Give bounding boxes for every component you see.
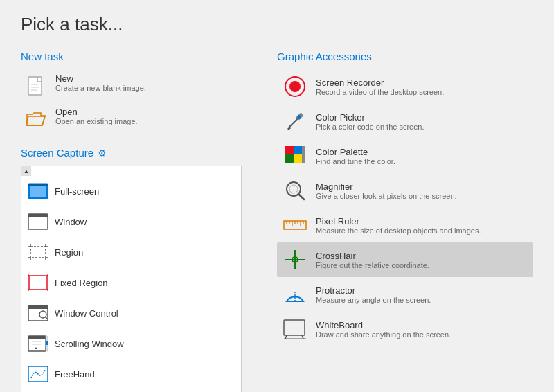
ga-pixel-ruler-desc: Measure the size of desktop objects and … — [316, 226, 481, 235]
ga-protractor-desc: Measure any angle on the screen. — [316, 296, 431, 304]
svg-point-37 — [289, 81, 301, 92]
ga-pixel-ruler-item[interactable]: Pixel Ruler Measure the size of desktop … — [277, 208, 533, 242]
sc-repeat-item[interactable]: Repeat Last Capture — [21, 389, 241, 392]
ga-whiteboard-label: WhiteBoard — [316, 320, 451, 330]
ga-screen-recorder-item[interactable]: Screen Recorder Record a video of the de… — [277, 69, 533, 104]
svg-point-40 — [297, 115, 301, 119]
new-item-text: New Create a new blank image. — [55, 73, 146, 92]
ga-whiteboard-item[interactable]: WhiteBoard Draw and share anything on th… — [277, 312, 533, 346]
open-item[interactable]: Open Open an existing image. — [21, 103, 242, 136]
svg-rect-41 — [285, 146, 294, 154]
new-item-desc: Create a new blank image. — [55, 84, 146, 92]
sc-freehand-icon — [27, 363, 49, 385]
ga-crosshair-item[interactable]: CrossHair Figure out the relative coordi… — [277, 242, 533, 277]
ga-screen-recorder-text: Screen Recorder Record a video of the de… — [316, 78, 444, 96]
sc-fixed-region-label: Fixed Region — [55, 278, 108, 288]
screen-capture-section: Screen Capture ⚙ ▲ — [21, 147, 242, 392]
svg-line-47 — [298, 194, 304, 199]
new-icon — [24, 73, 48, 98]
sc-window-control-label: Window Control — [55, 308, 118, 319]
ga-protractor-item[interactable]: Protractor Measure any angle on the scre… — [277, 277, 533, 312]
svg-rect-42 — [294, 146, 302, 154]
ga-color-palette-icon — [283, 143, 307, 168]
left-column: New task New Create a n — [21, 51, 256, 392]
sc-freehand-label: FreeHand — [55, 369, 95, 380]
svg-line-19 — [28, 274, 29, 276]
sc-region-item[interactable]: Region — [21, 237, 241, 267]
sc-region-icon — [27, 241, 49, 263]
ga-screen-recorder-label: Screen Recorder — [316, 78, 444, 88]
svg-line-22 — [47, 289, 48, 291]
scroll-up-arrow[interactable]: ▲ — [21, 166, 31, 176]
ga-pixel-ruler-label: Pixel Ruler — [316, 216, 481, 226]
sc-window-control-item[interactable]: Window Control — [21, 298, 241, 328]
ga-magnifier-item[interactable]: Magnifier Give a closer look at pixels o… — [277, 173, 533, 208]
open-item-desc: Open an existing image. — [55, 117, 138, 125]
sc-scrolling-window-item[interactable]: Scrolling Window — [21, 328, 241, 359]
ga-color-palette-item[interactable]: Color Palette Find and tune the color. — [277, 139, 533, 173]
svg-rect-6 — [28, 184, 48, 186]
sc-fullscreen-label: Full-screen — [55, 186, 99, 197]
sc-scrolling-window-label: Scrolling Window — [55, 339, 124, 349]
svg-rect-5 — [30, 186, 46, 197]
screen-capture-list[interactable]: Full-screen Window — [21, 176, 241, 392]
new-task-title: New task — [21, 51, 242, 62]
sc-fixed-region-icon — [27, 271, 49, 294]
ga-protractor-label: Protractor — [316, 285, 431, 296]
svg-line-26 — [46, 317, 48, 319]
ga-magnifier-desc: Give a closer look at pixels on the scre… — [316, 192, 457, 200]
ga-whiteboard-text: WhiteBoard Draw and share anything on th… — [316, 320, 451, 339]
ga-color-picker-desc: Pick a color code on the screen. — [316, 123, 425, 131]
ga-crosshair-icon — [283, 247, 307, 272]
ga-whiteboard-icon — [283, 317, 307, 341]
ga-color-picker-icon — [283, 109, 307, 134]
svg-rect-62 — [284, 320, 305, 335]
svg-rect-45 — [302, 146, 305, 163]
ga-magnifier-label: Magnifier — [316, 181, 457, 192]
svg-rect-0 — [28, 77, 42, 95]
svg-rect-9 — [30, 247, 46, 258]
ga-screen-recorder-desc: Record a video of the desktop screen. — [316, 88, 444, 96]
new-task-section: New task New Create a n — [21, 51, 242, 136]
page-container: Pick a task... New task — [0, 0, 554, 392]
ga-magnifier-text: Magnifier Give a closer look at pixels o… — [316, 181, 457, 200]
columns-container: New task New Create a n — [21, 51, 533, 392]
new-item-label: New — [55, 73, 146, 84]
graphic-accessories-title: Graphic Accessories — [277, 51, 533, 62]
sc-fullscreen-icon — [27, 180, 49, 202]
ga-color-picker-text: Color Picker Pick a color code on the sc… — [316, 112, 425, 131]
screen-capture-title-row: Screen Capture ⚙ — [21, 147, 242, 159]
screen-capture-title: Screen Capture — [21, 147, 93, 159]
svg-rect-28 — [28, 336, 46, 339]
ga-crosshair-label: CrossHair — [316, 251, 429, 261]
open-item-text: Open Open an existing image. — [55, 107, 138, 125]
sc-window-icon — [27, 211, 49, 233]
svg-point-48 — [289, 185, 298, 193]
svg-rect-8 — [28, 214, 48, 217]
sc-window-item[interactable]: Window — [21, 206, 241, 237]
open-item-label: Open — [55, 107, 138, 117]
ga-screen-recorder-icon — [283, 74, 307, 99]
ga-crosshair-text: CrossHair Figure out the relative coordi… — [316, 251, 429, 269]
ga-protractor-icon — [283, 282, 307, 307]
sc-window-label: Window — [55, 217, 87, 227]
sc-fullscreen-item[interactable]: Full-screen — [21, 176, 241, 206]
new-item[interactable]: New Create a new blank image. — [21, 69, 242, 103]
ga-whiteboard-desc: Draw and share anything on the screen. — [316, 330, 451, 339]
ga-magnifier-icon — [283, 178, 307, 203]
sc-window-control-icon — [27, 302, 49, 324]
page-title: Pick a task... — [21, 14, 533, 35]
sc-freehand-item[interactable]: FreeHand — [21, 359, 241, 389]
ga-color-picker-item[interactable]: Color Picker Pick a color code on the sc… — [277, 104, 533, 139]
svg-line-21 — [28, 289, 29, 291]
open-icon — [24, 107, 48, 132]
sc-region-label: Region — [55, 247, 83, 258]
svg-rect-43 — [285, 154, 294, 163]
ga-color-palette-text: Color Palette Find and tune the color. — [316, 147, 395, 166]
svg-rect-30 — [46, 341, 48, 345]
sc-fixed-region-item[interactable]: Fixed Region — [21, 267, 241, 298]
svg-line-20 — [47, 274, 48, 276]
settings-gear-icon[interactable]: ⚙ — [98, 148, 107, 159]
ga-crosshair-desc: Figure out the relative coordinate. — [316, 261, 429, 269]
ga-color-picker-label: Color Picker — [316, 112, 425, 123]
